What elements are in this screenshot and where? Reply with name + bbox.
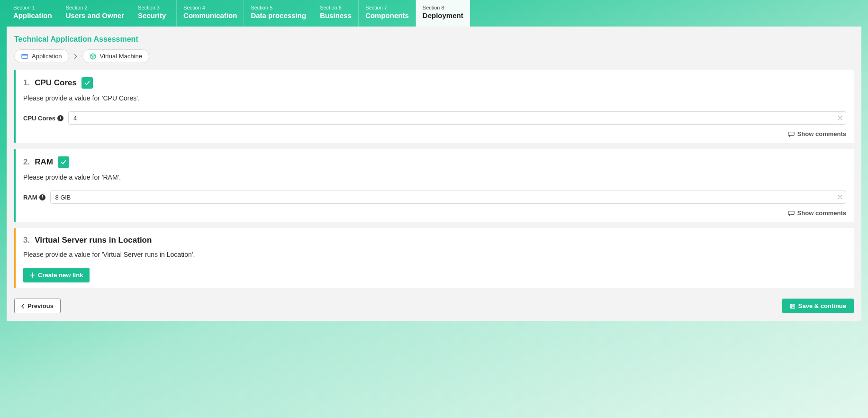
check-icon <box>58 156 69 168</box>
section-tabs: Section 1 Application Section 2 Users an… <box>0 0 868 27</box>
plus-icon <box>30 273 35 278</box>
question-number: 1. <box>23 78 30 88</box>
page-title: Technical Application Assessment <box>7 27 861 49</box>
question-title: CPU Cores <box>35 78 77 88</box>
question-description: Please provide a value for 'CPU Cores'. <box>23 94 846 102</box>
svg-rect-2 <box>791 304 793 305</box>
question-description: Please provide a value for 'Virtual Serv… <box>23 251 846 258</box>
question-cpu-cores: 1. CPU Cores Please provide a value for … <box>14 70 854 143</box>
breadcrumb-application[interactable]: Application <box>14 49 69 63</box>
save-continue-button[interactable]: Save & continue <box>782 299 854 313</box>
tab-num: Section 1 <box>13 5 52 10</box>
previous-button[interactable]: Previous <box>14 299 61 313</box>
show-comments-label: Show comments <box>797 130 846 137</box>
chevron-left-icon <box>21 304 25 309</box>
question-ram: 2. RAM Please provide a value for 'RAM'.… <box>14 149 854 222</box>
breadcrumb-label: Virtual Machine <box>100 53 142 60</box>
tab-label: Security <box>138 11 170 20</box>
footer-actions: Previous Save & continue <box>7 294 861 313</box>
tab-business[interactable]: Section 6 Business <box>313 0 359 27</box>
show-comments-button[interactable]: Show comments <box>23 130 846 137</box>
field-label: CPU Cores i <box>23 115 63 122</box>
tab-label: Data processing <box>251 11 306 20</box>
question-number: 3. <box>23 236 30 245</box>
tab-label: Deployment <box>423 11 463 20</box>
tab-label: Business <box>320 11 352 20</box>
show-comments-label: Show comments <box>797 209 846 217</box>
tab-num: Section 3 <box>138 5 170 10</box>
breadcrumb-label: Application <box>32 53 62 60</box>
tab-num: Section 8 <box>423 5 463 10</box>
cpu-cores-input[interactable] <box>68 111 846 125</box>
create-link-label: Create new link <box>38 272 83 279</box>
check-icon <box>81 77 93 89</box>
save-label: Save & continue <box>798 302 846 309</box>
tab-num: Section 2 <box>66 5 124 10</box>
save-icon <box>790 303 796 309</box>
previous-label: Previous <box>27 302 54 309</box>
breadcrumb-virtual-machine[interactable]: Virtual Machine <box>82 49 149 63</box>
clear-icon[interactable] <box>838 116 842 120</box>
tab-components[interactable]: Section 7 Components <box>359 0 416 27</box>
svg-rect-1 <box>22 54 27 55</box>
comment-icon <box>788 131 795 137</box>
tab-num: Section 7 <box>365 5 409 10</box>
tab-label: Communication <box>183 11 237 20</box>
tab-label: Components <box>365 11 409 20</box>
tab-label: Application <box>13 11 52 20</box>
tab-data-processing[interactable]: Section 5 Data processing <box>244 0 313 27</box>
info-icon[interactable]: i <box>39 194 45 200</box>
info-icon[interactable]: i <box>57 115 63 121</box>
comment-icon <box>788 210 795 217</box>
question-description: Please provide a value for 'RAM'. <box>23 173 846 181</box>
tab-num: Section 6 <box>320 5 352 10</box>
application-icon <box>21 53 28 60</box>
tab-deployment[interactable]: Section 8 Deployment <box>416 0 470 27</box>
question-title: Virtual Server runs in Location <box>35 236 152 245</box>
tab-label: Users and Owner <box>66 11 124 20</box>
breadcrumb: Application Virtual Machine <box>7 49 861 70</box>
tab-application[interactable]: Section 1 Application <box>7 0 59 27</box>
question-number: 2. <box>23 157 30 167</box>
create-new-link-button[interactable]: Create new link <box>23 268 90 282</box>
tab-security[interactable]: Section 3 Security <box>131 0 177 27</box>
question-title: RAM <box>35 157 53 167</box>
ram-input[interactable] <box>50 191 846 204</box>
page-content: Technical Application Assessment Applica… <box>7 27 861 321</box>
field-label: RAM i <box>23 194 45 201</box>
tab-num: Section 4 <box>183 5 237 10</box>
chevron-right-icon <box>73 54 79 59</box>
question-location: 3. Virtual Server runs in Location Pleas… <box>14 228 854 288</box>
tab-num: Section 5 <box>251 5 306 10</box>
tab-users-owner[interactable]: Section 2 Users and Owner <box>59 0 131 27</box>
clear-icon[interactable] <box>838 195 842 200</box>
cube-icon <box>90 53 96 60</box>
tab-communication[interactable]: Section 4 Communication <box>177 0 244 27</box>
show-comments-button[interactable]: Show comments <box>23 209 846 217</box>
